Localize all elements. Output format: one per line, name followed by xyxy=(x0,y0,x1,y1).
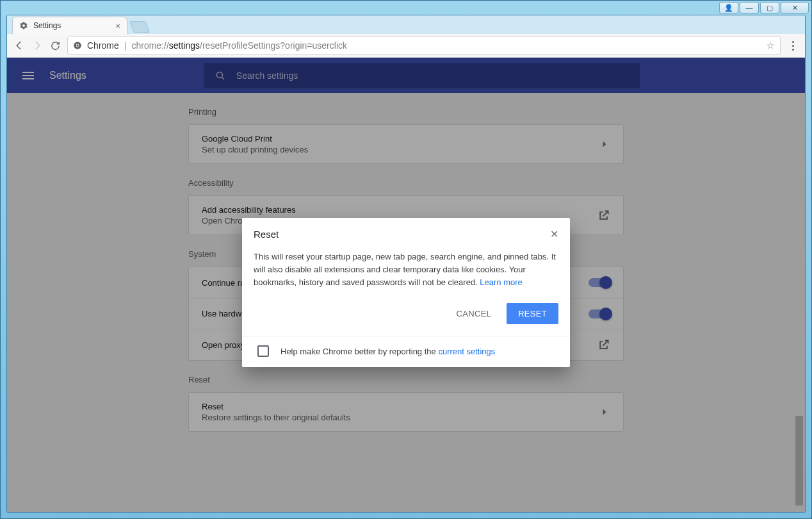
current-settings-link[interactable]: current settings xyxy=(438,347,495,356)
tab-strip: Settings × xyxy=(7,15,805,34)
learn-more-link[interactable]: Learn more xyxy=(480,277,522,287)
reset-dialog: Reset ✕ This will reset your startup pag… xyxy=(242,218,570,367)
gear-icon xyxy=(19,21,28,30)
tab-close-icon[interactable]: × xyxy=(115,21,120,31)
address-bar[interactable]: Chrome | chrome://settings/resetProfileS… xyxy=(67,37,781,54)
browser-toolbar: Chrome | chrome://settings/resetProfileS… xyxy=(7,34,805,58)
window-close-button[interactable]: ✕ xyxy=(781,2,809,13)
window-titlebar[interactable]: 👤 — ▢ ✕ xyxy=(1,1,811,15)
window-maximize-button[interactable]: ▢ xyxy=(760,2,779,13)
tab-settings[interactable]: Settings × xyxy=(12,17,127,34)
omnibox-url: chrome://settings/resetProfileSettings?o… xyxy=(131,40,347,51)
omnibox-origin: Chrome xyxy=(87,40,119,51)
report-checkbox[interactable] xyxy=(257,345,269,357)
nav-forward-button[interactable] xyxy=(31,40,43,51)
cancel-button[interactable]: CANCEL xyxy=(448,303,501,324)
reset-confirm-button[interactable]: RESET xyxy=(507,303,558,324)
window-frame: 👤 — ▢ ✕ Settings × xyxy=(0,0,812,519)
nav-back-button[interactable] xyxy=(13,40,25,51)
svg-point-2 xyxy=(76,44,79,47)
dialog-footer-text: Help make Chrome better by reporting the… xyxy=(280,347,495,356)
nav-reload-button[interactable] xyxy=(49,40,61,51)
omnibox-separator: | xyxy=(124,40,127,51)
new-tab-button[interactable] xyxy=(129,21,150,33)
tab-title: Settings xyxy=(33,21,61,30)
chrome-icon xyxy=(73,41,82,50)
window-minimize-button[interactable]: — xyxy=(740,2,759,13)
browser-menu-button[interactable] xyxy=(787,41,799,51)
bookmark-star-icon[interactable]: ☆ xyxy=(767,40,775,51)
window-user-button[interactable]: 👤 xyxy=(719,2,738,13)
dialog-title: Reset xyxy=(254,229,550,240)
dialog-close-button[interactable]: ✕ xyxy=(550,228,558,240)
browser-window: Settings × Chrome | chrome://settings/re… xyxy=(6,15,806,513)
dialog-body: This will reset your startup page, new t… xyxy=(242,243,570,289)
